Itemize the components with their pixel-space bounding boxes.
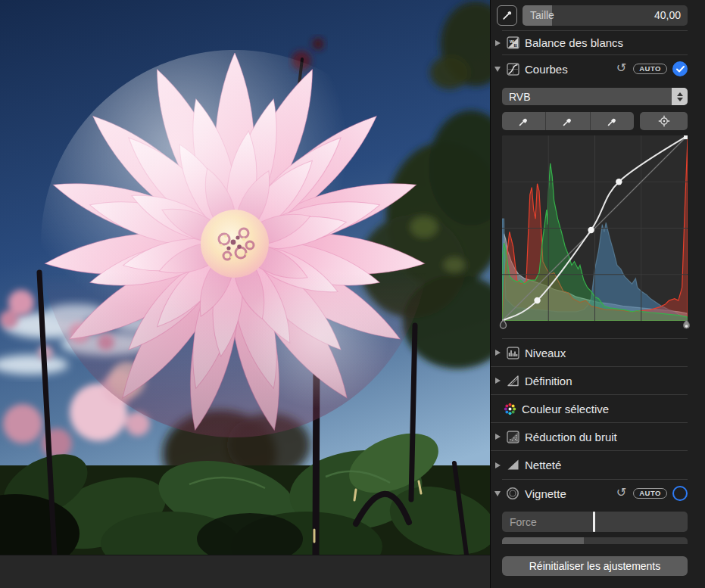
curves-histogram-svg [502,135,688,321]
section-couleur-selective[interactable]: Couleur sélective [491,395,688,423]
section-label: Couleur sélective [522,403,670,415]
force-slider-handle[interactable] [593,512,595,532]
vignette-enabled-checkbox[interactable] [672,486,688,501]
select-stepper-icon[interactable] [672,88,688,105]
adjustments-scroll[interactable]: Taille 40,00 W B Balance des blancs [491,0,705,544]
disclosure-right-icon[interactable] [495,350,501,356]
section-label: Définition [525,375,670,387]
selective-color-icon [503,402,516,415]
noise-reduction-icon [506,430,519,443]
curves-enabled-checkbox[interactable] [672,61,688,76]
section-label: Niveaux [525,347,670,359]
section-label: Courbes [525,63,611,76]
black-point-handle[interactable] [498,319,508,331]
vignette-rayon-slider[interactable]: Rayon 0,50 [502,537,688,544]
curves-channel-select[interactable]: RVB [502,88,688,105]
reset-vignette-icon[interactable]: ↺ [616,487,626,499]
collapsed-sections: Niveaux Définition [491,339,705,479]
disclosure-right-icon[interactable] [495,40,501,46]
section-niveaux[interactable]: Niveaux [491,339,688,367]
white-balance-icon: W B [506,36,519,50]
eyedropper-icon [562,116,573,127]
disclosure-right-icon[interactable] [495,434,501,440]
target-icon [658,115,670,127]
checkmark-icon [676,66,685,73]
eyedropper-icon [607,116,618,127]
gray-point-eyedropper-button[interactable] [545,112,589,130]
levels-icon [506,346,519,359]
disclosure-down-icon[interactable] [494,67,501,72]
adjustments-panel: Taille 40,00 W B Balance des blancs [490,0,705,588]
photo-canvas [0,0,490,555]
section-reduction-du-bruit[interactable]: Réduction du bruit [491,423,688,451]
black-point-eyedropper-button[interactable] [502,112,545,130]
reset-area: Réinitialiser les ajustements [502,556,688,576]
white-point-handle[interactable] [682,319,691,331]
disclosure-down-icon[interactable] [494,491,501,496]
vignette-auto-button[interactable]: AUTO [633,488,667,499]
force-label: Force [510,512,537,532]
vignette-icon [506,487,519,500]
section-courbes[interactable]: Courbes ↺ AUTO [491,55,705,82]
brush-size-value: 40,00 [654,5,681,26]
disclosure-right-icon[interactable] [495,378,501,384]
photo-area [0,0,490,588]
vignette-force-slider[interactable]: Force [502,512,688,532]
brush-size-label: Taille [530,5,554,26]
section-label: Balance des blancs [525,36,688,49]
section-label: Réduction du bruit [525,431,670,443]
brush-tool-button[interactable] [497,5,517,26]
curve-endpoint-handles [502,321,688,334]
chevron-down-icon [677,98,683,101]
section-vignette[interactable]: Vignette ↺ AUTO [491,480,705,507]
rayon-value: 0,50 [660,537,681,544]
add-point-target-button[interactable] [640,112,688,130]
section-definition[interactable]: Définition [491,367,688,395]
brush-size-row: Taille 40,00 [491,0,705,30]
chevron-up-icon [677,92,683,96]
white-point-eyedropper-button[interactable] [590,112,634,130]
reset-curves-icon[interactable]: ↺ [616,62,626,74]
disclosure-right-icon[interactable] [495,462,501,468]
section-balance-des-blancs[interactable]: W B Balance des blancs [491,31,705,54]
sharpness-icon [506,459,519,472]
eyedropper-group [502,112,634,130]
brush-icon [501,9,513,21]
curves-histogram[interactable] [502,135,688,321]
curves-icon [506,62,519,76]
definition-icon [506,374,519,387]
curves-auto-button[interactable]: AUTO [633,64,667,75]
rayon-label: Rayon [510,537,540,544]
channel-selected-value: RVB [502,91,672,103]
brush-size-slider[interactable]: Taille 40,00 [523,5,688,26]
section-nettete[interactable]: Netteté [491,451,688,479]
reset-adjustments-button[interactable]: Réinitialiser les ajustements [502,556,688,576]
svg-text:B: B [513,43,517,48]
eyedropper-icon [518,116,529,127]
photos-edit-window: Taille 40,00 W B Balance des blancs [0,0,705,588]
section-label: Netteté [525,459,670,471]
curves-eyedropper-row [502,112,688,130]
photo-letterbox-bar [0,555,490,588]
section-label: Vignette [525,487,611,500]
